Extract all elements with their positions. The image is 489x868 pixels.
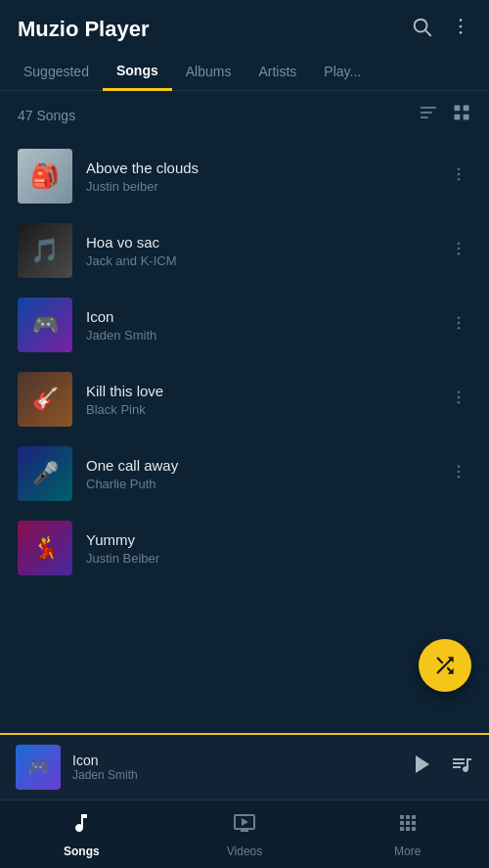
song-thumbnail: 🎮 <box>18 297 72 352</box>
nav-songs[interactable]: Songs <box>0 803 163 866</box>
header-icons <box>411 16 471 43</box>
svg-rect-11 <box>464 114 469 120</box>
now-playing-bar[interactable]: 🎮 Icon Jaden Smith <box>0 733 489 799</box>
songs-bar-controls <box>419 103 471 127</box>
thumb-image: 🎒 <box>18 149 72 204</box>
sort-button[interactable] <box>419 103 438 127</box>
songs-count-label: 47 Songs <box>18 108 75 123</box>
thumb-image: 💃 <box>18 521 72 575</box>
song-thumbnail: 🎒 <box>18 149 72 204</box>
svg-point-4 <box>460 31 463 34</box>
tab-playlists[interactable]: Play... <box>310 54 375 89</box>
svg-point-17 <box>458 251 461 254</box>
song-artist: Jack and K-ICM <box>86 253 432 268</box>
song-title: One call away <box>86 457 432 474</box>
svg-point-13 <box>458 172 461 175</box>
svg-point-20 <box>458 326 461 329</box>
song-more-button[interactable] <box>464 544 471 552</box>
svg-point-19 <box>458 321 461 324</box>
list-item[interactable]: 🎮 Icon Jaden Smith <box>0 288 489 362</box>
svg-point-25 <box>458 470 461 473</box>
song-artist: Charlie Puth <box>86 477 432 491</box>
svg-rect-8 <box>455 106 461 112</box>
song-info: Above the clouds Justin beiber <box>86 160 432 194</box>
more-vert-icon <box>450 388 467 406</box>
svg-point-23 <box>458 400 461 403</box>
svg-point-26 <box>458 475 461 478</box>
song-info: One call away Charlie Puth <box>86 457 432 491</box>
svg-point-15 <box>458 242 461 245</box>
songs-nav-icon <box>69 811 93 841</box>
svg-point-14 <box>458 177 461 180</box>
videos-nav-icon <box>233 811 256 841</box>
song-more-button[interactable] <box>446 161 471 192</box>
svg-line-1 <box>425 30 430 35</box>
tab-albums[interactable]: Albums <box>172 54 245 89</box>
queue-button[interactable] <box>450 753 473 782</box>
list-item[interactable]: 💃 Yummy Justin Beiber <box>0 511 489 585</box>
grid-icon <box>452 103 471 122</box>
more-nav-label: More <box>394 845 421 858</box>
song-thumbnail: 🎵 <box>18 223 72 278</box>
svg-point-22 <box>458 395 461 398</box>
thumb-image: 🎵 <box>18 223 72 278</box>
now-playing-info: Icon Jaden Smith <box>72 753 399 782</box>
song-info: Kill this love Black Pink <box>86 383 432 417</box>
tab-artists[interactable]: Artists <box>244 54 310 89</box>
list-item[interactable]: 🎵 Hoa vo sac Jack and K-ICM <box>0 213 489 288</box>
song-more-button[interactable] <box>446 310 471 341</box>
now-playing-title: Icon <box>72 753 399 768</box>
bottom-navigation: Songs Videos More <box>0 799 489 868</box>
tabs-bar: Suggested Songs Albums Artists Play... <box>0 53 489 91</box>
svg-point-24 <box>458 465 461 468</box>
menu-button[interactable] <box>450 16 471 43</box>
app-title: Muzio Player <box>18 17 149 42</box>
svg-point-2 <box>460 19 463 22</box>
song-title: Yummy <box>86 531 450 548</box>
svg-point-21 <box>458 390 461 393</box>
song-title: Above the clouds <box>86 160 432 176</box>
song-info: Icon Jaden Smith <box>86 308 432 343</box>
sort-icon <box>419 103 438 122</box>
song-title: Kill this love <box>86 383 432 399</box>
song-artist: Justin beiber <box>86 179 432 194</box>
videos-nav-label: Videos <box>227 845 262 858</box>
grid-view-button[interactable] <box>452 103 471 127</box>
shuffle-icon <box>432 653 458 678</box>
tab-songs[interactable]: Songs <box>103 53 172 91</box>
svg-point-18 <box>458 316 461 319</box>
song-list: 🎒 Above the clouds Justin beiber 🎵 Hoa v… <box>0 139 489 723</box>
song-thumbnail: 🎸 <box>18 372 72 427</box>
svg-point-3 <box>460 25 463 28</box>
thumb-image: 🎸 <box>18 372 72 427</box>
svg-point-16 <box>458 247 461 250</box>
nav-videos[interactable]: Videos <box>163 803 327 866</box>
tab-suggested[interactable]: Suggested <box>10 54 103 89</box>
nav-more[interactable]: More <box>326 803 489 866</box>
song-more-button[interactable] <box>446 236 471 266</box>
search-button[interactable] <box>411 16 432 43</box>
list-item[interactable]: 🎒 Above the clouds Justin beiber <box>0 139 489 213</box>
song-info: Hoa vo sac Jack and K-ICM <box>86 234 432 268</box>
play-pause-button[interactable] <box>411 753 434 782</box>
now-playing-controls <box>411 753 473 782</box>
song-thumbnail: 💃 <box>18 521 72 575</box>
list-item[interactable]: 🎸 Kill this love Black Pink <box>0 362 489 436</box>
song-info: Yummy Justin Beiber <box>86 531 450 566</box>
more-vert-icon <box>450 314 467 332</box>
now-playing-thumbnail: 🎮 <box>16 745 61 790</box>
list-item[interactable]: 🎤 One call away Charlie Puth <box>0 436 489 511</box>
song-more-button[interactable] <box>446 385 471 415</box>
queue-music-icon <box>450 753 473 776</box>
song-artist: Jaden Smith <box>86 328 432 343</box>
song-artist: Black Pink <box>86 402 432 417</box>
play-icon <box>411 753 434 776</box>
svg-rect-9 <box>464 106 469 112</box>
song-thumbnail: 🎤 <box>18 446 72 501</box>
more-vert-icon <box>450 16 471 37</box>
shuffle-fab-button[interactable] <box>419 639 471 692</box>
svg-point-12 <box>458 167 461 170</box>
song-more-button[interactable] <box>446 459 471 489</box>
song-artist: Justin Beiber <box>86 551 450 566</box>
more-vert-icon <box>450 463 467 480</box>
